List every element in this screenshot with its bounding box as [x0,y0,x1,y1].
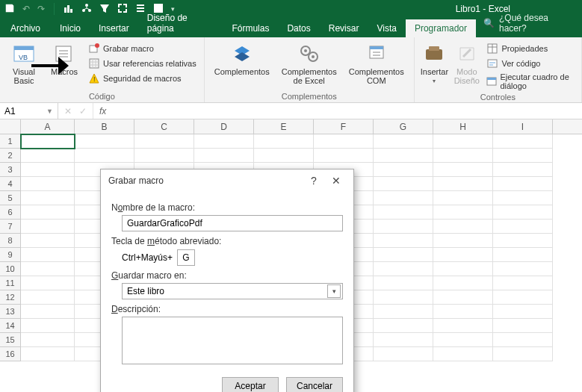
tab-file[interactable]: Archivo [3,19,51,37]
cell[interactable] [493,319,553,333]
macros-button[interactable]: Macros [46,40,82,85]
chart-hierarchy-icon[interactable] [81,3,92,16]
row-header[interactable]: 10 [0,262,21,276]
column-header[interactable]: G [374,119,433,134]
cell[interactable] [374,319,433,333]
insertar-control-button[interactable]: Insertar ▾ [421,40,448,91]
cell[interactable] [374,333,433,347]
row-header[interactable]: 15 [0,333,21,347]
cell[interactable] [493,134,553,149]
tab-datos[interactable]: Datos [278,19,319,37]
cell[interactable] [433,205,493,220]
cell[interactable] [493,149,553,163]
cell[interactable] [21,248,75,262]
cell[interactable] [493,347,553,361]
formula-input[interactable] [112,103,582,119]
usar-referencias-button[interactable]: Usar referencias relativas [87,57,198,70]
row-header[interactable]: 2 [0,149,21,163]
tab-insertar[interactable]: Insertar [90,19,138,37]
cell[interactable] [493,220,553,234]
column-header[interactable]: B [75,119,134,134]
cell[interactable] [374,134,433,149]
cell[interactable] [21,262,75,276]
cell[interactable] [21,347,75,361]
cell[interactable] [433,134,493,149]
tab-inicio[interactable]: Inicio [51,19,90,37]
row-header[interactable]: 16 [0,347,21,361]
cell[interactable] [374,149,433,163]
redo-icon[interactable]: ↷ [37,4,45,14]
cell[interactable] [433,347,493,361]
cell[interactable] [493,205,553,220]
tab-formulas[interactable]: Fórmulas [223,19,278,37]
row-header[interactable]: 6 [0,205,21,220]
save-icon[interactable] [4,3,15,16]
cell[interactable] [254,134,314,149]
cell[interactable] [433,248,493,262]
ver-codigo-button[interactable]: Ver código [485,57,575,70]
macro-name-input[interactable] [122,215,343,231]
name-box[interactable]: A1 ▼ [0,103,58,119]
row-header[interactable]: 9 [0,248,21,262]
cell[interactable] [433,333,493,347]
cell[interactable] [493,234,553,248]
undo-icon[interactable]: ↶ [22,4,30,14]
cell[interactable] [493,191,553,205]
row-header[interactable]: 5 [0,191,21,205]
row-header[interactable]: 13 [0,305,21,319]
cell[interactable] [374,347,433,361]
tell-me[interactable]: 🔍 ¿Qué desea hacer? [476,9,582,37]
cell[interactable] [21,177,75,191]
cell[interactable] [374,262,433,276]
cell[interactable] [374,276,433,290]
row-header[interactable]: 12 [0,290,21,305]
cell[interactable] [21,319,75,333]
visual-basic-button[interactable]: VB Visual Basic [6,40,42,85]
cell[interactable] [374,191,433,205]
complementos-excel-button[interactable]: Complementos de Excel [278,40,341,85]
cell[interactable] [374,220,433,234]
cell[interactable] [433,149,493,163]
cell[interactable] [254,149,314,163]
seguridad-macros-button[interactable]: !Seguridad de macros [87,72,198,85]
column-header[interactable]: D [194,119,254,134]
help-icon[interactable]: ? [303,175,325,187]
tab-programador[interactable]: Programador [406,19,476,37]
cell[interactable] [433,290,493,305]
tab-vista[interactable]: Vista [368,19,405,37]
cell[interactable] [374,305,433,319]
select-all-button[interactable] [0,119,21,134]
cancel-button[interactable]: Cancelar [286,377,343,392]
cell[interactable] [493,305,553,319]
cell[interactable] [21,305,75,319]
cell[interactable] [433,319,493,333]
cell[interactable] [493,163,553,177]
fullscreen-icon[interactable] [117,3,128,16]
column-header[interactable]: I [493,119,553,134]
cell[interactable] [75,134,134,149]
row-header[interactable]: 11 [0,276,21,290]
cell[interactable] [21,191,75,205]
row-header[interactable]: 3 [0,163,21,177]
cell[interactable] [21,205,75,220]
tab-revisar[interactable]: Revisar [320,19,368,37]
chart-column-icon[interactable] [64,3,74,16]
cell[interactable] [493,262,553,276]
complementos-com-button[interactable]: Complementos COM [345,40,408,85]
cell[interactable] [75,149,134,163]
complementos-button[interactable]: Complementos [211,40,273,85]
cell[interactable] [374,177,433,191]
cell[interactable] [21,163,75,177]
cell[interactable] [194,149,254,163]
row-header[interactable]: 14 [0,319,21,333]
row-header[interactable]: 1 [0,134,21,149]
row-header[interactable]: 4 [0,177,21,191]
cell[interactable] [433,234,493,248]
cell[interactable] [374,234,433,248]
shortcut-key-input[interactable] [177,249,195,266]
cell[interactable] [21,149,75,163]
column-header[interactable]: F [314,119,374,134]
tab-diseno[interactable]: Diseño de página [138,9,223,37]
column-header[interactable]: C [134,119,194,134]
cell[interactable] [433,262,493,276]
